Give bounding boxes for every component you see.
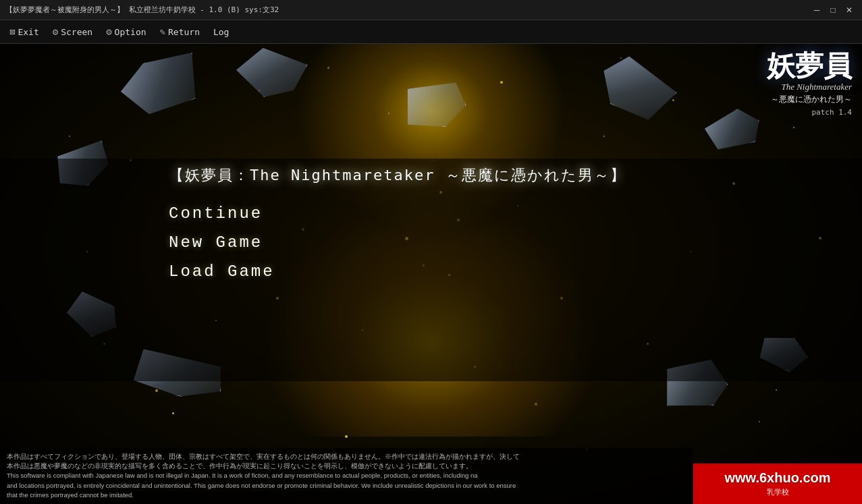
minimize-button[interactable]: ─ [809,3,824,17]
close-button[interactable]: ✕ [842,3,857,17]
menu-label-log: Log [213,27,229,37]
menu-label-return: Return [168,27,200,37]
disclaimer-line4: and locations portrayed, is entirely coi… [7,481,686,491]
disclaimer-line2: 本作品は悪魔や夢魔のなどの非現実的な描写を多く含めることで、作中行為が現実に起こ… [7,461,686,471]
disclaimer-area: 本作品はすべてフィクションであり、登場する人物、団体、宗教はすべて架空で、実在す… [0,448,693,504]
watermark-area: www.6xhuo.com 乳学校 [693,464,862,504]
game-title: 【妖夢員：The Nightmaretaker ～悪魔に憑かれた男～】 [169,165,626,186]
menu-item-return[interactable]: ✎ Return [153,20,207,43]
logo-en-text: The Nightmaretaker [717,82,852,92]
window-controls: ─ □ ✕ [809,3,857,17]
title-bar: 【妖夢夢魔者～被魔附身的男人～】 私立橙兰坊牛奶学校 - 1.0 (B) sys… [0,0,862,20]
menu-item-exit[interactable]: ⊠ Exit [3,20,46,43]
maximize-button[interactable]: □ [826,3,840,17]
menu-item-log[interactable]: Log [207,20,236,43]
menu-item-screen[interactable]: ⚙ Screen [46,20,99,43]
menu-label-screen: Screen [61,27,92,37]
continue-button[interactable]: Continue [169,199,263,228]
window-title: 【妖夢夢魔者～被魔附身的男人～】 私立橙兰坊牛奶学校 - 1.0 (B) sys… [5,5,809,15]
patch-version: patch 1.4 [717,108,852,117]
logo-sub-text: ～悪魔に憑かれた男～ [717,94,852,105]
watermark-school: 乳学校 [767,487,789,497]
game-area: 妖夢員 The Nightmaretaker ～悪魔に憑かれた男～ patch … [0,44,862,504]
game-logo: 妖夢員 The Nightmaretaker ～悪魔に憑かれた男～ patch … [717,51,852,132]
menu-label-option: Option [115,27,146,37]
watermark-url: www.6xhuo.com [724,470,830,486]
menu-item-option[interactable]: ⚙ Option [99,20,153,43]
disclaimer-line5: that the crimes portrayed cannot be imit… [7,491,686,500]
menu-label-exit: Exit [18,27,38,37]
exit-icon: ⊠ [9,26,15,37]
disclaimer-line3: This software is compliant with Japanese… [7,471,686,480]
option-icon: ⚙ [106,26,111,37]
logo-jp-text: 妖夢員 [717,51,852,82]
screen-icon: ⚙ [53,26,58,37]
return-icon: ✎ [160,26,165,37]
menu-bar: ⊠ Exit ⚙ Screen ⚙ Option ✎ Return Log [0,20,862,44]
new-game-button[interactable]: New Game [169,228,263,257]
main-menu: 【妖夢員：The Nightmaretaker ～悪魔に憑かれた男～】 Cont… [169,165,693,286]
load-game-button[interactable]: Load Game [169,257,275,286]
disclaimer-line1: 本作品はすべてフィクションであり、登場する人物、団体、宗教はすべて架空で、実在す… [7,452,686,461]
